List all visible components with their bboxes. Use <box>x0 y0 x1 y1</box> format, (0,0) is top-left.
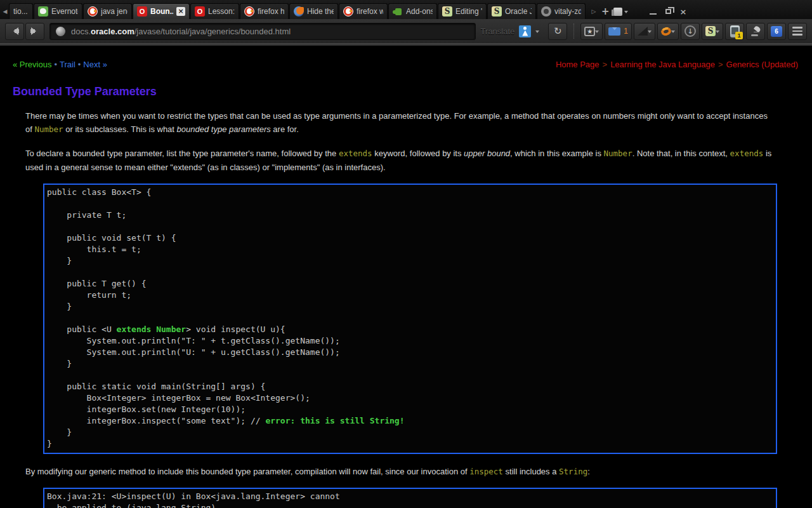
tab-item[interactable]: Evernote... <box>34 3 82 19</box>
stylish-button[interactable] <box>702 23 723 40</box>
tab-item[interactable]: tio... <box>9 3 33 19</box>
link-separator: • <box>54 60 57 69</box>
tab-label: Hide the ... <box>307 7 334 16</box>
minimize-button[interactable] <box>650 13 657 15</box>
code-line: Box<Integer> integerBox = new Box<Intege… <box>47 392 772 404</box>
back-button[interactable] <box>5 23 24 40</box>
tab-item[interactable]: firefox w... <box>339 3 388 19</box>
previous-link[interactable]: « Previous <box>13 60 51 69</box>
code-block-compiler-error: Box.java:21: <U>inspect(U) in Box<java.l… <box>43 488 777 508</box>
next-link[interactable]: Next » <box>83 60 107 69</box>
text-segment: . Note that, in this context, <box>632 149 730 158</box>
text-segment: error: this is still String! <box>265 416 404 425</box>
tab-list-button[interactable] <box>613 8 628 16</box>
hamburger-menu-icon <box>792 27 802 36</box>
text-segment: To declare a bounded type parameter, lis… <box>25 149 339 158</box>
url-bar[interactable]: docs.oracle.com/javase/tutorial/java/gen… <box>49 23 476 40</box>
text-segment: this.t = t; <box>47 244 141 254</box>
code-line: public T get() { <box>47 278 772 290</box>
new-tab-button[interactable]: + <box>601 7 610 17</box>
tab-label: Lesson: ... <box>208 7 235 16</box>
forward-button[interactable] <box>25 23 44 40</box>
forward-arrow-icon <box>30 27 40 36</box>
text-segment: System.out.println("T: " + t.getClass().… <box>47 336 340 345</box>
text-segment: extends <box>339 149 372 158</box>
code-line: } <box>47 427 772 438</box>
breadcrumb-current-link[interactable]: Generics (Updated) <box>726 60 798 69</box>
restore-button[interactable] <box>665 9 671 14</box>
text-segment: public class Box<T> { <box>47 187 151 197</box>
text-segment: public <U <box>47 324 117 334</box>
text-segment: } <box>47 302 72 311</box>
tab-item[interactable]: Hide the ... <box>289 3 338 19</box>
mail-button[interactable]: 1 <box>605 23 632 40</box>
bookmarks-button[interactable]: ★ <box>580 23 603 40</box>
downloads-button[interactable]: ↓ <box>681 23 700 40</box>
tab-item[interactable]: Add-ons ... <box>388 3 437 19</box>
paragraph-1: There may be times when you want to rest… <box>0 109 812 136</box>
tab-scroll-right-icon[interactable]: ▷ <box>590 4 598 19</box>
code-line: } <box>47 358 772 370</box>
text-segment: upper bound <box>464 149 510 158</box>
tab-item[interactable]: firefox hi... <box>240 3 289 19</box>
text-segment: Box.java:21: <U>inspect(U) in Box<java.l… <box>47 491 340 501</box>
proxy-button[interactable] <box>657 23 679 40</box>
menu-button[interactable] <box>788 23 807 40</box>
mail-count: 1 <box>624 27 628 36</box>
code-line: integerBox.inspect("some text"); // erro… <box>47 415 772 427</box>
tab-close-icon[interactable]: × <box>176 7 185 16</box>
notification-badge: 1 <box>735 32 742 39</box>
breadcrumb-separator: > <box>718 60 723 69</box>
code-line: Box.java:21: <U>inspect(U) in Box<java.l… <box>47 491 772 502</box>
text-segment: integerBox.set(new Integer(10)); <box>47 404 246 414</box>
tab-item[interactable]: vitaly-zd... <box>537 3 586 19</box>
text-segment: public void set(T t) { <box>47 233 176 243</box>
screenshot-button[interactable]: 1 <box>725 23 744 40</box>
tab-label: Evernote... <box>51 7 78 16</box>
text-segment: Number <box>34 124 63 134</box>
tab-item[interactable]: Lesson: ... <box>190 3 239 19</box>
page-content: « Previous•Trail•Next » Home Page>Learni… <box>0 46 812 508</box>
addon-toolbar: ★ 1 ↓ 1 6 <box>580 23 807 40</box>
text-segment: } <box>47 427 72 437</box>
tab-item[interactable]: Oracle Ja... <box>487 3 536 19</box>
code-line: System.out.println("U: " + u.getClass().… <box>47 347 772 358</box>
text-segment: return t; <box>47 290 131 300</box>
chevron-down-icon <box>595 30 599 35</box>
code-block-box-class: public class Box<T> { private T t; publi… <box>43 184 777 454</box>
breadcrumb-home-link[interactable]: Home Page <box>556 60 599 69</box>
trail-link[interactable]: Trail <box>60 60 75 69</box>
code-line <box>47 221 772 232</box>
breadcrumb-lesson-link[interactable]: Learning the Java Language <box>610 60 715 69</box>
tab-label: Add-ons ... <box>406 7 433 16</box>
history-buttons <box>5 23 44 40</box>
tab-active[interactable]: Boun...× <box>133 3 190 19</box>
oracle-icon <box>195 6 205 17</box>
tab-bar: ◀ tio...Evernote...java jene...Boun...×L… <box>0 0 812 19</box>
url-prefix: docs. <box>71 27 91 36</box>
url-domain: oracle.com <box>91 27 134 36</box>
tab-label: firefox w... <box>357 7 383 16</box>
stats-button[interactable] <box>634 23 655 40</box>
reload-button[interactable]: ↻ <box>548 23 567 40</box>
text-segment: Number <box>604 149 632 158</box>
translate-icon[interactable] <box>519 25 531 37</box>
lamp-icon <box>750 26 761 37</box>
tab-item[interactable]: java jene... <box>83 3 132 19</box>
tab-item[interactable]: Editing '... <box>438 3 487 19</box>
window-controls: × <box>650 8 687 16</box>
code-line: } <box>47 255 772 267</box>
mail-icon <box>608 27 620 36</box>
code-line: System.out.println("T: " + t.getClass().… <box>47 335 772 347</box>
code-line: return t; <box>47 290 772 301</box>
download-icon: ↓ <box>684 25 696 37</box>
tab-label: firefox hi... <box>258 7 284 16</box>
window-close-button[interactable]: × <box>680 8 687 16</box>
breadcrumb-separator: > <box>603 60 608 69</box>
navigation-toolbar: docs.oracle.com/javase/tutorial/java/gen… <box>0 19 812 43</box>
lamp-button[interactable] <box>746 23 765 40</box>
tab-scroll-left-icon[interactable]: ◀ <box>1 4 9 19</box>
chevron-down-icon[interactable] <box>535 30 539 35</box>
text-segment: Box<Integer> integerBox = new Box<Intege… <box>47 393 310 403</box>
calendar-button[interactable]: 6 <box>767 23 786 40</box>
